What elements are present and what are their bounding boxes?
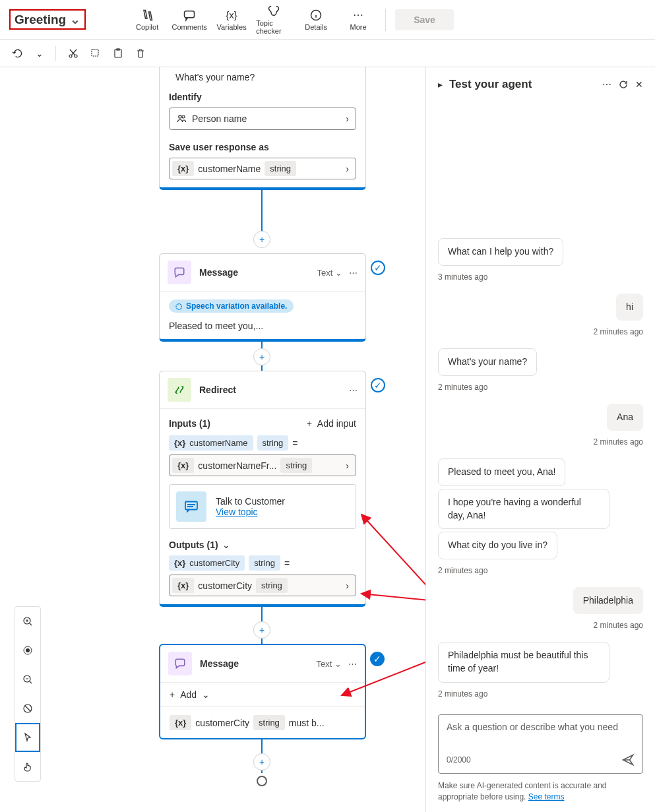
message-icon [168,261,191,284]
zoom-out-button[interactable] [15,665,40,694]
chevron-right-icon: › [346,460,353,471]
chevron-right-icon: › [346,164,353,174]
chat-composer[interactable]: Ask a question or describe what you need… [438,714,643,774]
ai-disclaimer: Make sure AI-generated content is accura… [426,780,655,812]
add-node-button[interactable]: + [253,753,270,770]
comments-button[interactable]: Comments [172,5,207,35]
variables-button[interactable]: {x}Variables [214,5,249,35]
caret-right-icon[interactable]: ▸ [438,79,443,90]
add-node-button[interactable]: + [253,621,270,639]
variable-icon: {x} [177,164,189,173]
chat-bot-bubble: Pleased to meet you, Ana! [438,458,565,486]
type-select[interactable]: Text ⌄ [317,268,342,278]
add-node-button[interactable]: + [253,231,270,248]
copilot-button[interactable]: Copilot [129,5,165,35]
save-as-label: Save user response as [169,142,356,152]
paste-icon[interactable] [113,48,123,59]
select-mode-button[interactable] [15,723,40,752]
card-title: Message [200,658,309,669]
chat-bot-bubble: What's your name? [438,348,537,376]
message-body: Pleased to meet you,... [169,321,356,331]
add-input-button[interactable]: + Add input [307,417,356,430]
timestamp: 3 minutes ago [438,272,643,282]
end-node [257,776,267,786]
comments-icon [183,9,196,22]
svg-point-2 [69,55,72,57]
variable-icon: {x} [174,438,185,448]
topic-title[interactable]: Greeting ⌄ [9,9,86,30]
type-select[interactable]: Text ⌄ [317,659,342,669]
add-button[interactable]: + Add ⌄ [170,688,356,701]
output-value-select[interactable]: {x} customerCity string › [169,575,356,596]
question-text: What's your name? [169,72,356,82]
chat-bot-bubble: I hope you're having a wonderful day, An… [438,489,609,529]
add-node-button[interactable]: + [253,348,270,365]
send-icon[interactable] [621,753,635,766]
close-icon[interactable]: ✕ [635,79,643,90]
refresh-icon[interactable] [618,79,629,90]
message-card-2[interactable]: ✓ Message Text ⌄ ⋯ + Add ⌄ {x} customerC… [159,644,366,739]
timestamp: 2 minutes ago [438,327,643,336]
input-value-select[interactable]: {x} customerNameFr... string › [169,454,356,476]
speech-variation-pill[interactable]: ◌ Speech variation available. [169,299,294,313]
svg-rect-5 [115,49,121,57]
topic-checker-icon [267,5,280,18]
see-terms-link[interactable]: See terms [528,792,565,801]
timestamp: 2 minutes ago [438,566,643,575]
fit-button[interactable] [15,636,40,665]
redirect-card[interactable]: ✓ Redirect ⋯ Inputs (1) + Add input {x}c… [159,371,366,607]
card-title: Message [199,267,309,278]
delete-icon[interactable] [135,48,146,59]
chevron-right-icon: › [346,580,353,591]
cut-icon[interactable] [68,48,78,59]
chat-transcript: What can I help you with?3 minutes agohi… [426,96,655,708]
identify-label: Identify [169,92,356,102]
message-card-1[interactable]: ✓ Message Text ⌄ ⋯ ◌ Speech variation av… [159,253,366,342]
svg-line-10 [361,515,425,592]
timestamp: 2 minutes ago [438,383,643,392]
view-topic-link[interactable]: View topic [216,507,285,517]
identify-select[interactable]: Person name › [169,108,356,130]
timestamp: 2 minutes ago [438,437,643,447]
question-card[interactable]: What's your name? Identify Person name ›… [159,67,366,190]
status-check-icon: ✓ [371,378,385,392]
var-type: string [265,161,296,176]
undo-icon[interactable] [12,47,24,59]
chevron-down-icon[interactable]: ⌄ [222,540,230,550]
zoom-in-button[interactable] [15,607,40,636]
undo-chevron-icon[interactable]: ⌄ [36,48,44,59]
svg-rect-0 [185,11,195,17]
redirect-target-title: Talk to Customer [216,496,285,507]
more-icon[interactable]: ⋯ [349,385,358,395]
svg-point-7 [179,115,181,118]
topic-checker-button[interactable]: Topic checker [256,5,292,35]
save-as-variable[interactable]: {x} customerName string › [169,158,356,179]
composer-placeholder: Ask a question or describe what you need [447,722,635,748]
toolbar-divider [385,9,386,31]
copy-icon[interactable] [90,48,101,59]
more-icon[interactable]: ⋯ [602,79,611,90]
status-check-icon: ✓ [371,261,385,275]
pan-mode-button[interactable] [15,752,40,781]
svg-rect-4 [92,49,98,56]
chat-icon [176,491,206,522]
details-button[interactable]: Details [298,5,334,35]
redirect-target[interactable]: Talk to Customer View topic [169,484,356,529]
copilot-icon [140,9,154,22]
variable-icon: {x} [175,718,186,728]
variable-icon: {x} [174,558,185,568]
timestamp: 2 minutes ago [438,621,643,630]
svg-rect-9 [185,502,197,510]
status-check-icon: ✓ [370,652,385,666]
more-icon[interactable]: ⋯ [349,268,358,278]
reset-button[interactable] [15,694,40,723]
svg-point-14 [26,648,30,652]
more-button[interactable]: ⋯More [340,5,376,35]
save-button[interactable]: Save [395,9,454,30]
message-icon [168,652,192,675]
more-icon[interactable]: ⋯ [348,659,357,669]
more-icon: ⋯ [353,9,363,22]
toolbar-actions: CopilotComments{x}VariablesTopic checker… [129,5,376,35]
chat-bot-bubble: What can I help you with? [438,238,563,266]
topic-title-label: Greeting [15,13,66,27]
